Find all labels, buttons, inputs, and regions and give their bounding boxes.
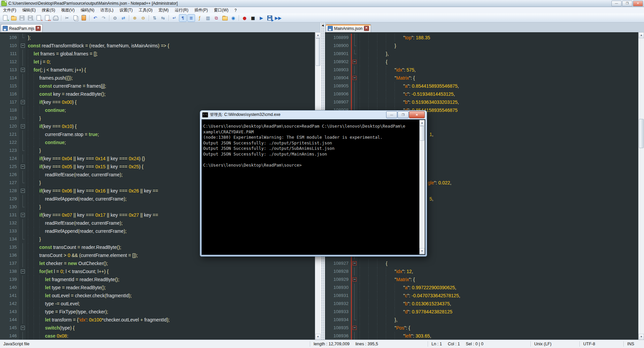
redo-icon[interactable]: ↷ [100, 14, 107, 22]
scrollbar-thumb[interactable] [420, 126, 424, 141]
paste-icon[interactable] [80, 14, 88, 22]
file-monitoring-icon[interactable]: ◉ [229, 14, 237, 22]
open-file-icon[interactable] [10, 14, 17, 22]
menu-item-6[interactable]: 设置(T) [117, 7, 136, 14]
fold-collapse-icon[interactable] [21, 326, 25, 330]
scroll-down-icon[interactable]: ▼ [419, 248, 425, 254]
macro-play-icon[interactable]: ▶ [258, 14, 265, 22]
macro-run-multiple-icon[interactable]: ▶▶ [274, 14, 282, 22]
fold-collapse-icon[interactable] [21, 68, 25, 72]
scroll-up-icon[interactable]: ▲ [315, 32, 321, 38]
status-encoding[interactable]: UTF-8 [580, 341, 624, 347]
fold-collapse-icon[interactable] [21, 44, 25, 48]
fold-margin[interactable] [19, 187, 26, 195]
menu-item-11[interactable]: 窗口(W) [211, 7, 231, 14]
window-minimize-button[interactable]: — [611, 1, 622, 6]
cut-icon[interactable]: ✂ [63, 14, 71, 22]
macro-record-icon[interactable]: ● [241, 14, 248, 22]
fold-collapse-icon[interactable] [21, 100, 25, 104]
menu-item-4[interactable]: 编码(N) [78, 7, 97, 14]
cmd-scrollbar[interactable]: ▲ ▼ [419, 120, 425, 254]
print-icon[interactable] [52, 14, 59, 22]
fold-margin[interactable] [19, 211, 26, 219]
fold-collapse-icon[interactable] [353, 326, 357, 330]
tab-close-icon[interactable]: ✕ [364, 26, 369, 31]
cmd-titlebar[interactable]: C:\ 管理员: C:\Windows\system32\cmd.exe — ❐… [200, 111, 427, 119]
show-all-chars-icon[interactable]: ¶ [179, 14, 187, 22]
fold-margin[interactable] [351, 275, 358, 284]
fold-collapse-icon[interactable] [353, 60, 357, 64]
cmd-restore-button[interactable]: ❐ [398, 111, 409, 118]
save-all-icon[interactable]: ≡ [27, 14, 34, 22]
document-map-icon[interactable]: ▥ [204, 14, 212, 22]
fold-collapse-icon[interactable] [21, 189, 25, 193]
menu-item-10[interactable]: 插件(P) [191, 7, 211, 14]
scroll-down-icon[interactable]: ▼ [639, 334, 644, 340]
scroll-up-icon[interactable]: ▲ [639, 32, 644, 38]
fold-margin[interactable] [19, 122, 26, 130]
copy-icon[interactable] [72, 14, 79, 22]
fold-margin[interactable] [351, 324, 358, 332]
tab-mainanims-json[interactable]: MainAnims.json ✕ [326, 24, 371, 32]
fold-margin[interactable] [19, 42, 26, 50]
fold-margin[interactable] [19, 66, 26, 74]
undo-icon[interactable]: ↶ [91, 14, 99, 22]
new-file-icon[interactable]: + [1, 14, 9, 22]
token: j [39, 59, 43, 64]
indent-guide-icon[interactable]: ≣ [187, 14, 195, 22]
scrollbar-thumb[interactable] [316, 38, 320, 66]
splitter-collapse-icon[interactable]: ◀ [322, 24, 324, 27]
status-eol-format[interactable]: Unix (LF) [531, 341, 580, 347]
fold-collapse-icon[interactable] [21, 165, 25, 169]
close-all-icon[interactable]: ×× [43, 14, 51, 22]
fold-collapse-icon[interactable] [21, 269, 25, 273]
fold-margin[interactable] [19, 324, 26, 332]
document-switcher-icon[interactable]: ⧉ [213, 14, 220, 22]
menu-item-12[interactable]: ? [231, 7, 240, 13]
fold-margin[interactable] [351, 74, 358, 82]
cmd-close-button[interactable]: ✕ [409, 111, 425, 118]
fold-margin[interactable] [351, 58, 358, 66]
macro-stop-icon[interactable]: ■ [249, 14, 257, 22]
window-maximize-button[interactable]: ❐ [622, 1, 632, 6]
replace-icon[interactable]: ⇄ [120, 14, 127, 22]
close-icon[interactable]: × [35, 14, 43, 22]
status-insert-mode[interactable]: INS [624, 341, 644, 347]
menu-item-3[interactable]: 视图(V) [58, 7, 78, 14]
zoom-out-icon[interactable]: ⊖ [139, 14, 147, 22]
scroll-down-icon[interactable]: ▼ [315, 334, 321, 340]
menu-item-1[interactable]: 编辑(E) [19, 7, 39, 14]
fold-collapse-icon[interactable] [21, 124, 25, 128]
zoom-in-icon[interactable]: ⊕ [131, 14, 139, 22]
menu-item-8[interactable]: 宏(M) [155, 7, 172, 14]
menu-item-2[interactable]: 搜索(S) [39, 7, 58, 14]
scrollbar-thumb[interactable] [639, 119, 644, 148]
menu-item-9[interactable]: 运行(R) [172, 7, 191, 14]
word-wrap-icon[interactable]: ↵ [171, 14, 178, 22]
fold-margin[interactable] [19, 163, 26, 171]
save-icon[interactable] [18, 14, 26, 22]
tab-readpam-mjs[interactable]: ReadPam.mjs ✕ [1, 24, 43, 32]
fold-collapse-icon[interactable] [21, 213, 25, 217]
cmd-minimize-button[interactable]: — [386, 111, 397, 118]
menu-item-5[interactable]: 语言(L) [97, 7, 117, 14]
fold-collapse-icon[interactable] [353, 261, 357, 265]
fold-margin[interactable] [19, 98, 26, 106]
scroll-up-icon[interactable]: ▲ [419, 120, 425, 126]
macro-save-icon[interactable]: ▶ [266, 14, 274, 22]
fold-collapse-icon[interactable] [353, 277, 357, 281]
right-vertical-scrollbar[interactable]: ▲ ▼ [638, 32, 644, 340]
find-icon[interactable]: ⊙ [111, 14, 119, 22]
fold-margin[interactable] [19, 267, 26, 275]
menu-item-0[interactable]: 文件(F) [0, 7, 19, 14]
fold-collapse-icon[interactable] [353, 76, 357, 80]
window-close-button[interactable]: ✕ [633, 1, 643, 6]
sync-vertical-scroll-icon[interactable]: ⇅ [151, 14, 158, 22]
tab-close-icon[interactable]: ✕ [36, 26, 41, 31]
menu-item-7[interactable]: 工具(O) [136, 7, 155, 14]
sync-horizontal-scroll-icon[interactable]: ⇆ [159, 14, 167, 22]
folder-as-workspace-icon[interactable] [221, 14, 229, 22]
cmd-console[interactable]: C:\Users\lenovo\Desktop\ReadPam\source>R… [201, 119, 425, 255]
function-list-icon[interactable]: ƒ [196, 14, 203, 22]
fold-margin[interactable] [351, 259, 358, 267]
